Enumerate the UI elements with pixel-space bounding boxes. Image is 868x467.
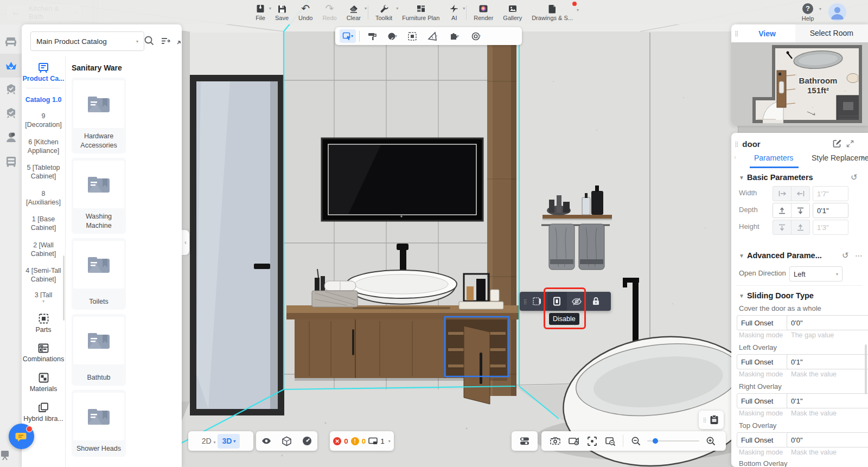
support-chat-button[interactable] bbox=[9, 424, 34, 449]
card-hardware-accessories[interactable]: Hardware Accessories bbox=[72, 78, 126, 153]
right-overlay-mode-select[interactable]: Full Onset▾ bbox=[737, 393, 793, 408]
category-tall[interactable]: 3 [Tall bbox=[24, 291, 63, 298]
help-button[interactable]: ? Help bbox=[795, 2, 820, 22]
panel-collapse-handle[interactable]: ‹ bbox=[182, 230, 189, 255]
tab-materials[interactable]: Materials bbox=[22, 372, 65, 393]
measure-tool-button[interactable]: ▾ bbox=[422, 28, 443, 44]
collapse-panel-button[interactable] bbox=[176, 35, 182, 45]
region-select-button[interactable] bbox=[403, 28, 422, 44]
scroll-more-icon[interactable]: ▾ bbox=[22, 299, 65, 304]
clipboard-mini-panel[interactable]: ⣿ bbox=[699, 411, 724, 429]
sidebar-furniture-button[interactable] bbox=[0, 30, 22, 54]
category-kitchen-appliance[interactable]: 6 [Kitchen Appliance] bbox=[24, 138, 63, 156]
furniture-plan-button[interactable]: Furniture Plan bbox=[397, 1, 444, 24]
width-extend-right-button[interactable] bbox=[773, 187, 791, 201]
tab-parameters[interactable]: Parameters bbox=[754, 153, 793, 162]
tab-hybrid-library[interactable]: Hybrid libra... bbox=[22, 402, 65, 423]
tv-mirror-3d[interactable] bbox=[322, 138, 483, 221]
performance-button[interactable] bbox=[302, 436, 312, 446]
width-extend-left-button[interactable] bbox=[791, 187, 809, 201]
tab-parts[interactable]: Parts bbox=[22, 313, 65, 334]
nav-scrollbar[interactable] bbox=[63, 255, 65, 321]
reset-icon[interactable]: ↺ bbox=[851, 172, 858, 182]
expand-panel-button[interactable] bbox=[846, 140, 854, 148]
sidebar-profile-button[interactable] bbox=[0, 125, 22, 149]
catalog-version-link[interactable]: Catalog 1.0 bbox=[22, 96, 65, 104]
width-value-input[interactable]: 1'7" bbox=[813, 186, 848, 201]
depth-extend-up-button[interactable] bbox=[773, 203, 791, 217]
zoom-region-button[interactable] bbox=[601, 433, 620, 449]
camera-view-button[interactable] bbox=[546, 433, 564, 449]
sidebar-badge-button[interactable] bbox=[0, 78, 22, 101]
drag-handle-icon[interactable]: ⣿ bbox=[703, 417, 707, 423]
zoom-out-button[interactable] bbox=[627, 433, 645, 449]
chevron-down-icon[interactable]: ▼ bbox=[739, 293, 744, 299]
toolkit-button[interactable]: Toolkit ▾ bbox=[371, 1, 397, 24]
whiteboard-icon[interactable] bbox=[0, 443, 15, 467]
hide-object-button[interactable] bbox=[567, 292, 586, 311]
undo-button[interactable]: ↶ Undo bbox=[293, 1, 317, 24]
height-extend-down-button[interactable] bbox=[773, 220, 791, 234]
height-extend-up-button[interactable] bbox=[791, 220, 809, 234]
mode-2d-button[interactable]: 2D ▾ bbox=[202, 437, 216, 445]
left-overlay-value-input[interactable]: 0'1" bbox=[787, 354, 868, 369]
scene-settings-button[interactable] bbox=[512, 431, 538, 451]
save-button[interactable]: Save bbox=[270, 1, 293, 24]
file-button[interactable]: File ▾ bbox=[251, 1, 270, 24]
depth-value-input[interactable]: 0'1" bbox=[813, 203, 848, 218]
search-button[interactable] bbox=[144, 35, 155, 46]
card-shower-heads[interactable]: Shower Heads bbox=[72, 390, 126, 457]
sidebar-cabinet-button[interactable] bbox=[0, 149, 22, 173]
component-mode-button[interactable] bbox=[528, 292, 547, 311]
tab-style-replacement[interactable]: Style Replaceme bbox=[812, 153, 868, 162]
catalog-select[interactable]: Main Product Catalog ▾ bbox=[30, 31, 144, 51]
issues-bar[interactable]: ✕ 0 ! 0 1 ▾ bbox=[330, 431, 394, 451]
sidebar-badge2-button[interactable] bbox=[0, 101, 22, 125]
tab-view[interactable]: View bbox=[739, 29, 795, 38]
lock-object-button[interactable] bbox=[586, 292, 606, 311]
top-overlay-value-input[interactable]: 0'0" bbox=[787, 432, 868, 447]
gallery-button[interactable]: Gallery bbox=[498, 1, 527, 24]
height-value-input[interactable]: 1'3" bbox=[813, 220, 848, 235]
filter-button[interactable] bbox=[160, 35, 171, 46]
drag-handle-icon[interactable]: ⣿ bbox=[735, 141, 739, 147]
focus-button[interactable] bbox=[583, 433, 601, 449]
category-wall-cabinet[interactable]: 2 [Wall Cabinet] bbox=[24, 241, 63, 259]
drawings-button[interactable]: Drawings & S... ▾ bbox=[527, 1, 578, 24]
glass-door-3d[interactable] bbox=[190, 75, 284, 415]
category-base-cabinet[interactable]: 1 [Base Cabinet] bbox=[24, 215, 63, 233]
left-overlay-mode-select[interactable]: Full Onset▾ bbox=[737, 354, 793, 369]
select-tool-button[interactable]: ▾ bbox=[340, 29, 356, 43]
reset-icon[interactable]: ↺ bbox=[842, 251, 849, 260]
open-direction-select[interactable]: Left ▾ bbox=[789, 266, 843, 282]
tabs-scroll-left-icon[interactable]: ‹ bbox=[734, 153, 736, 161]
card-toilets[interactable]: Toilets bbox=[72, 238, 126, 310]
user-avatar[interactable] bbox=[828, 3, 846, 21]
zoom-slider[interactable] bbox=[647, 436, 699, 446]
visibility-button[interactable] bbox=[261, 436, 272, 446]
tabs-scroll-right-icon[interactable]: › bbox=[861, 153, 864, 161]
card-washing-machine[interactable]: Washing Machine bbox=[72, 158, 126, 234]
right-overlay-value-input[interactable]: 0'1" bbox=[787, 393, 868, 408]
tab-combinations[interactable]: Combinations bbox=[22, 343, 65, 363]
mode-3d-button[interactable]: 3D ▾ bbox=[218, 434, 240, 449]
more-options-icon[interactable]: ⋯ bbox=[855, 251, 863, 260]
depth-extend-down-button[interactable] bbox=[791, 203, 809, 217]
material-sphere-button[interactable]: ▾ bbox=[381, 28, 403, 44]
zoom-in-button[interactable] bbox=[701, 433, 720, 449]
sidebar-vip-button[interactable] bbox=[0, 54, 22, 78]
category-auxiliaries[interactable]: 8 [Auxiliaries] bbox=[24, 189, 63, 207]
chevron-down-icon[interactable]: ▼ bbox=[739, 175, 744, 181]
drag-handle-icon[interactable]: ⣿ bbox=[524, 299, 528, 304]
solid-view-button[interactable] bbox=[282, 436, 292, 446]
render-button[interactable]: Render bbox=[469, 1, 498, 24]
drag-handle-icon[interactable]: ⣿ bbox=[735, 30, 739, 36]
cover-mode-select[interactable]: Full Onset▾ bbox=[737, 315, 793, 330]
paint-roller-button[interactable] bbox=[363, 28, 381, 44]
cover-gap-input[interactable]: 0'0" bbox=[787, 315, 868, 330]
tab-product-catalog[interactable]: Product Ca... bbox=[22, 56, 65, 82]
category-semi-tall-cabinet[interactable]: 4 [Semi-Tall Cabinet] bbox=[24, 266, 63, 284]
edit-button[interactable] bbox=[832, 139, 842, 149]
clear-button[interactable]: Clear ▾ bbox=[342, 1, 366, 24]
tab-select-room[interactable]: Select Room bbox=[795, 24, 868, 42]
